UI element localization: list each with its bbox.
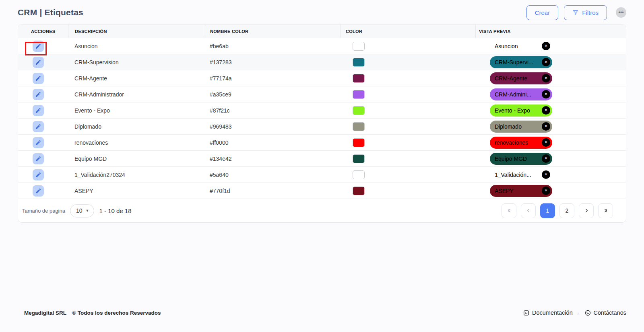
pagination-bar: Tamaño de pagina 10 ▼ 1 - 10 de 18 1 2 [18, 199, 626, 222]
ellipsis-icon: ••• [618, 9, 624, 15]
color-cell [341, 90, 475, 99]
color-swatch [353, 58, 365, 67]
preview-label: Asuncion [495, 43, 518, 49]
contact-link[interactable]: Contáctanos [584, 309, 626, 316]
footer-left: Megadigital SRL © Todos los derechos Res… [24, 310, 161, 316]
close-x-icon: ✕ [545, 92, 548, 96]
actions-cell [18, 73, 68, 84]
footer-right: Documentación - Contáctanos [523, 309, 626, 316]
preview-cell: renovaciones ✕ [475, 137, 626, 149]
row-description: Asuncion [68, 43, 206, 49]
edit-button[interactable] [33, 169, 44, 180]
topbar: CRM | Etiquetas Crear Filtros ••• [0, 0, 644, 24]
close-x-icon: ✕ [545, 108, 548, 112]
edit-button[interactable] [33, 89, 44, 100]
edit-button[interactable] [33, 105, 44, 116]
remove-tag-button[interactable]: ✕ [542, 122, 550, 131]
row-description: Evento - Expo [68, 107, 206, 114]
edit-button[interactable] [33, 73, 44, 84]
close-x-icon: ✕ [545, 44, 548, 48]
table-row: 1_Validación270324 #5a640 1_Validación..… [18, 167, 626, 183]
preview-label: Evento - Expo [495, 107, 530, 114]
remove-tag-button[interactable]: ✕ [542, 138, 550, 147]
row-color-name: #5a640 [206, 172, 341, 178]
first-page-button[interactable] [502, 203, 516, 218]
table-row: Evento - Expo #87f21c Evento - Expo ✕ [18, 102, 626, 119]
remove-tag-button[interactable]: ✕ [542, 42, 550, 50]
close-x-icon: ✕ [545, 156, 548, 160]
pencil-edit-icon [35, 91, 41, 98]
row-description: renovaciones [68, 139, 206, 146]
pencil-edit-icon [35, 139, 41, 146]
color-swatch [353, 42, 365, 51]
preview-pill: ASEPY ✕ [490, 185, 552, 197]
column-header-descripcion: DESCRIPCIÓN [68, 25, 206, 38]
color-cell [341, 58, 475, 67]
table-row: CRM-Administrador #a35ce9 CRM-Admini... … [18, 86, 626, 102]
remove-tag-button[interactable]: ✕ [542, 186, 550, 195]
color-cell [341, 42, 475, 51]
color-swatch [353, 74, 365, 83]
color-swatch [353, 170, 365, 179]
preview-label: CRM-Agente [495, 75, 527, 82]
page-title: CRM | Etiquetas [18, 8, 83, 17]
color-cell [341, 170, 475, 179]
color-cell [341, 138, 475, 147]
actions-cell [18, 169, 68, 180]
preview-cell: Asuncion ✕ [475, 40, 626, 52]
color-cell [341, 74, 475, 83]
filters-button[interactable]: Filtros [564, 5, 607, 20]
row-description: ASEPY [68, 188, 206, 194]
remove-tag-button[interactable]: ✕ [542, 74, 550, 82]
preview-label: CRM-Admini... [495, 91, 531, 98]
pencil-edit-icon [35, 172, 41, 178]
remove-tag-button[interactable]: ✕ [542, 106, 550, 115]
chevron-right-icon [584, 208, 589, 213]
page-size-select[interactable]: 10 ▼ [70, 204, 95, 217]
page-button-2[interactable]: 2 [559, 203, 574, 218]
edit-button[interactable] [33, 185, 44, 197]
preview-pill: Evento - Expo ✕ [490, 105, 552, 117]
preview-pill: renovaciones ✕ [490, 137, 552, 149]
actions-cell [18, 153, 68, 164]
row-color-name: #137283 [206, 59, 341, 66]
edit-button[interactable] [33, 121, 44, 132]
prev-page-button[interactable] [521, 203, 536, 218]
more-options-button[interactable]: ••• [616, 7, 626, 18]
close-x-icon: ✕ [545, 189, 548, 193]
actions-cell [18, 137, 68, 148]
edit-button[interactable] [33, 137, 44, 148]
close-x-icon: ✕ [545, 140, 548, 144]
next-page-button[interactable] [579, 203, 594, 218]
remove-tag-button[interactable]: ✕ [542, 58, 550, 66]
filter-funnel-icon [572, 9, 579, 16]
pagination-left: Tamaño de pagina 10 ▼ 1 - 10 de 18 [22, 204, 132, 217]
preview-label: Equipo MGD [495, 156, 527, 162]
page-button-1[interactable]: 1 [540, 203, 555, 218]
edit-button[interactable] [33, 57, 44, 68]
color-swatch [353, 106, 365, 115]
preview-pill: Asuncion ✕ [490, 40, 552, 52]
remove-tag-button[interactable]: ✕ [542, 170, 550, 179]
row-color-name: #969483 [206, 123, 341, 130]
documentation-link[interactable]: Documentación [523, 309, 573, 316]
documentation-icon [523, 309, 530, 316]
remove-tag-button[interactable]: ✕ [542, 154, 550, 163]
row-description: Equipo MGD [68, 156, 206, 162]
table-row: renovaciones #ff0000 renovaciones ✕ [18, 135, 626, 151]
row-description: CRM-Supervision [68, 59, 206, 66]
preview-pill: CRM-Admini... ✕ [490, 88, 552, 100]
color-cell [341, 106, 475, 115]
pagination-controls: 1 2 [502, 203, 613, 218]
preview-cell: Equipo MGD ✕ [475, 153, 626, 165]
remove-tag-button[interactable]: ✕ [542, 90, 550, 98]
actions-cell [18, 89, 68, 100]
close-x-icon: ✕ [545, 76, 548, 80]
last-page-button[interactable] [598, 203, 613, 218]
edit-button[interactable] [33, 41, 44, 52]
column-header-color: COLOR [341, 25, 475, 38]
create-button[interactable]: Crear [526, 5, 559, 20]
color-swatch [353, 90, 365, 99]
edit-button[interactable] [33, 153, 44, 164]
preview-cell: ASEPY ✕ [475, 185, 626, 197]
